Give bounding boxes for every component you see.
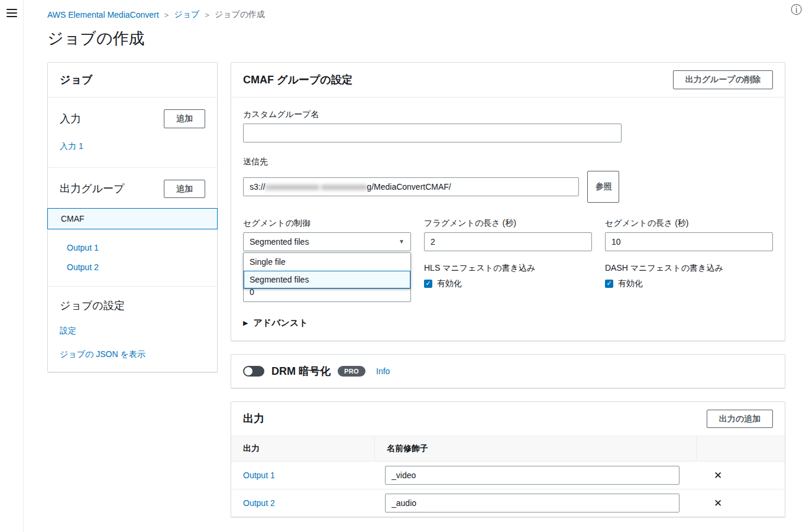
output-group-cmaf-item[interactable]: CMAF <box>47 208 218 229</box>
destination-prefix-text: s3:// <box>250 182 265 192</box>
delete-output-group-button[interactable]: 出力グループの削除 <box>673 70 773 89</box>
info-icon[interactable]: ⓘ <box>791 4 802 15</box>
fragment-length-column: フラグメントの長さ (秒) HLS マニフェストの書き込み ✓ 有効化 <box>424 218 592 302</box>
destination-label: 送信先 <box>243 157 773 167</box>
drm-info-link[interactable]: Info <box>376 366 390 376</box>
destination-suffix-text: g/MediaConvertCMAF/ <box>367 182 451 192</box>
job-settings-section: ジョブの設定 設定 ジョブの JSON を表示 <box>48 287 217 372</box>
fragment-length-input[interactable] <box>424 232 592 251</box>
hamburger-menu-icon[interactable] <box>7 9 17 17</box>
custom-group-name-input[interactable] <box>243 124 622 142</box>
outputs-table-header: 出力 名前修飾子 <box>231 436 785 462</box>
input-section-label: 入力 <box>60 112 81 126</box>
add-output-group-button[interactable]: 追加 <box>164 180 205 199</box>
cmaf-group-settings-card: CMAF グループの設定 出力グループの削除 カスタムグループ名 送信先 <box>231 62 785 341</box>
drm-encryption-card: DRM 暗号化 PRO Info <box>231 354 785 388</box>
segment-settings-grid: セグメントの制御 Segmented files ▼ Single file S… <box>243 218 773 302</box>
drm-encryption-title: DRM 暗号化 <box>271 364 331 378</box>
hls-manifest-checkbox[interactable]: ✓ 有効化 <box>424 278 592 289</box>
job-json-link[interactable]: ジョブの JSON を表示 <box>60 349 205 360</box>
input-1-link[interactable]: 入力 1 <box>60 141 83 152</box>
dash-manifest-label: DASH マニフェストの書き込み <box>605 263 773 274</box>
triangle-right-icon: ▶ <box>243 319 248 327</box>
custom-group-name-field: カスタムグループ名 <box>243 109 773 142</box>
segment-length-label: セグメントの長さ (秒) <box>605 218 773 229</box>
segment-length-input[interactable] <box>605 232 773 251</box>
sidebar-output-1-link[interactable]: Output 1 <box>67 243 205 252</box>
page-layout: ジョブ 入力 追加 入力 1 出力グループ 追加 CMAF <box>47 62 785 517</box>
job-panel-title: ジョブ <box>48 63 217 98</box>
output-row-1: Output 1 ✕ <box>231 462 785 489</box>
column-header-output: 出力 <box>231 436 374 461</box>
breadcrumb-link-mediaconvert[interactable]: AWS Elemental MediaConvert <box>47 10 159 20</box>
mediaconvert-create-job-page: ⓘ AWS Elemental MediaConvert > ジョブ > ジョブ… <box>0 0 809 532</box>
column-header-actions <box>696 436 785 461</box>
dash-manifest-checkbox[interactable]: ✓ 有効化 <box>605 278 773 289</box>
segment-control-select[interactable]: Segmented files ▼ <box>243 232 411 251</box>
breadcrumb-separator-icon: > <box>164 11 169 20</box>
job-navigation-panel: ジョブ 入力 追加 入力 1 出力グループ 追加 CMAF <box>47 62 218 372</box>
main-column: CMAF グループの設定 出力グループの削除 カスタムグループ名 送信先 <box>231 62 785 517</box>
browse-button[interactable]: 参照 <box>587 171 619 203</box>
fragment-length-label: フラグメントの長さ (秒) <box>424 218 592 229</box>
dropdown-option-segmented-files[interactable]: Segmented files <box>244 271 410 288</box>
breadcrumb: AWS Elemental MediaConvert > ジョブ > ジョブの作… <box>47 9 785 20</box>
input-section: 入力 追加 入力 1 <box>48 98 217 167</box>
side-nav-rail <box>0 0 24 532</box>
destination-masked-text: cxxxxxxxxxxxx xxxxxxxxxxx <box>265 182 367 192</box>
hls-checkbox-label: 有効化 <box>437 278 462 289</box>
advanced-label: アドバンスト <box>253 317 308 329</box>
outputs-card: 出力 出力の追加 出力 名前修飾子 Output 1 ✕ Output <box>231 401 785 518</box>
output-1-link[interactable]: Output 1 <box>231 471 374 480</box>
segment-control-label: セグメントの制御 <box>243 218 411 229</box>
pro-badge: PRO <box>338 366 365 377</box>
toggle-knob <box>244 367 253 375</box>
settings-link[interactable]: 設定 <box>60 326 205 336</box>
dropdown-option-single-file[interactable]: Single file <box>244 253 410 271</box>
output-1-name-modifier-input[interactable] <box>385 466 679 485</box>
output-links: Output 1 Output 2 <box>48 229 217 286</box>
job-settings-label: ジョブの設定 <box>60 299 205 313</box>
output-group-section: 出力グループ 追加 <box>48 168 217 199</box>
add-output-button[interactable]: 出力の追加 <box>707 410 773 429</box>
breadcrumb-separator-icon: > <box>205 11 209 20</box>
remove-output-2-button[interactable]: ✕ <box>696 497 785 510</box>
page-title: ジョブの作成 <box>47 28 785 49</box>
column-header-name-modifier: 名前修飾子 <box>374 436 696 461</box>
checkbox-checked-icon: ✓ <box>424 280 432 288</box>
breadcrumb-link-jobs[interactable]: ジョブ <box>174 9 199 20</box>
advanced-expander[interactable]: ▶ アドバンスト <box>243 317 773 329</box>
hls-manifest-label: HLS マニフェストの書き込み <box>424 263 592 274</box>
segment-length-column: セグメントの長さ (秒) DASH マニフェストの書き込み ✓ 有効化 <box>605 218 773 302</box>
outputs-title: 出力 <box>243 411 264 426</box>
segment-control-selected-value: Segmented files <box>250 237 309 246</box>
sidebar-output-2-link[interactable]: Output 2 <box>67 262 205 272</box>
checkbox-checked-icon: ✓ <box>605 280 613 288</box>
custom-group-name-label: カスタムグループ名 <box>243 109 773 120</box>
drm-encryption-toggle[interactable] <box>243 366 264 377</box>
remove-output-1-button[interactable]: ✕ <box>696 469 785 482</box>
output-row-2: Output 2 ✕ <box>231 489 785 517</box>
breadcrumb-current: ジョブの作成 <box>215 9 265 20</box>
destination-input[interactable]: s3://cxxxxxxxxxxxx xxxxxxxxxxxg/MediaCon… <box>243 177 579 196</box>
main-content: AWS Elemental MediaConvert > ジョブ > ジョブの作… <box>24 0 809 517</box>
output-group-section-label: 出力グループ <box>60 181 124 196</box>
output-2-link[interactable]: Output 2 <box>231 498 374 508</box>
add-input-button[interactable]: 追加 <box>164 109 205 128</box>
dash-checkbox-label: 有効化 <box>618 278 643 289</box>
destination-field: 送信先 s3://cxxxxxxxxxxxx xxxxxxxxxxxg/Medi… <box>243 157 773 203</box>
chevron-down-icon: ▼ <box>399 238 405 245</box>
output-2-name-modifier-input[interactable] <box>385 494 679 512</box>
segment-control-column: セグメントの制御 Segmented files ▼ Single file S… <box>243 218 411 302</box>
segment-control-dropdown-menu: Single file Segmented files <box>243 252 411 289</box>
cmaf-settings-title: CMAF グループの設定 <box>243 73 352 87</box>
